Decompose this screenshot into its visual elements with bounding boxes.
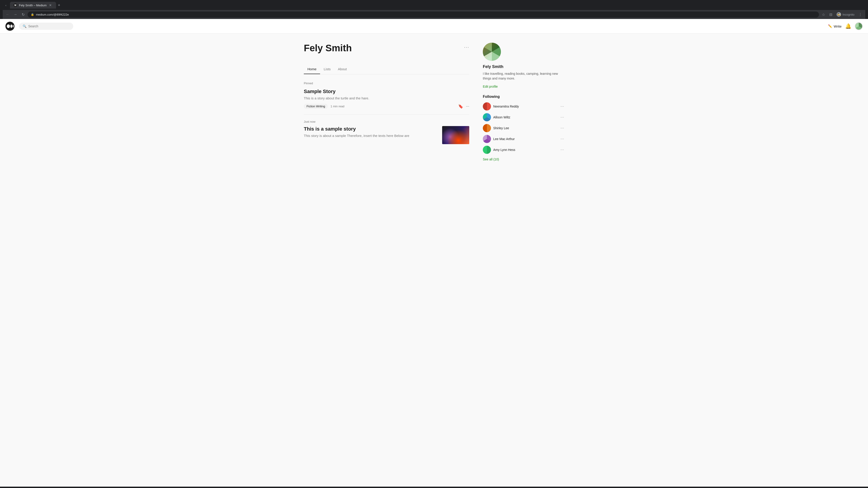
tab-close-button[interactable]: ✕ [49, 3, 53, 7]
story-thumbnail [442, 126, 469, 144]
incognito-label: Incognito [842, 13, 855, 16]
profile-name: Fely Smith [304, 43, 352, 54]
following-avatar-2[interactable] [483, 113, 491, 121]
bookmark-button[interactable]: 🔖 [458, 104, 463, 109]
tab-lists[interactable]: Lists [320, 64, 334, 74]
sidebar-avatar[interactable] [483, 43, 501, 61]
following-item: Lee Mac Arthur ··· [483, 135, 564, 143]
menu-button[interactable]: ⋮ [857, 11, 864, 18]
medium-logo[interactable] [5, 22, 14, 31]
new-tab-button[interactable]: + [58, 3, 60, 8]
reload-button[interactable]: ↻ [20, 11, 26, 18]
status-bar: https://medium.com/@89f4222e?source=---t… [0, 487, 868, 488]
following-item: Neeramitra Reddy ··· [483, 102, 564, 110]
following-more-5[interactable]: ··· [561, 148, 564, 152]
page-content: 🔍 Search ✏️ Write 🔔 Fely Smith ··· [0, 19, 868, 487]
following-item: Amy Lynn Hess ··· [483, 146, 564, 154]
story-card-text: This is a sample story This story is abo… [304, 126, 438, 141]
browser-chrome: ‹ M Fely Smith – Medium ✕ + ← → ↻ 🔒 medi… [0, 0, 868, 19]
sidebar-profile-name: Fely Smith [483, 64, 564, 69]
story-actions: 🔖 ··· [458, 104, 469, 109]
tab-favicon: M [13, 3, 17, 7]
incognito-icon: 🕵 [837, 12, 841, 17]
story-timestamp: Just now [304, 120, 469, 123]
story-thumbnail-image [442, 126, 469, 144]
right-sidebar: Fely Smith I like travelling, reading bo… [483, 43, 564, 161]
sidebar-avatar-inner [483, 43, 501, 61]
recent-story-section: Just now This is a sample story This sto… [304, 120, 469, 144]
following-item: Allison Wiltz ··· [483, 113, 564, 121]
following-more-2[interactable]: ··· [561, 115, 564, 119]
pinned-story-section: Pinned Sample Story This is a story abou… [304, 82, 469, 109]
edit-profile-button[interactable]: Edit profile [483, 85, 498, 88]
lock-icon: 🔒 [31, 13, 34, 16]
incognito-button[interactable]: 🕵 Incognito [835, 11, 856, 18]
forward-button[interactable]: → [12, 11, 19, 18]
search-bar[interactable]: 🔍 Search [19, 23, 73, 30]
browser-tabs: ‹ M Fely Smith – Medium ✕ + [3, 2, 865, 8]
svg-point-3 [13, 25, 13, 28]
pinned-label: Pinned [304, 82, 469, 85]
user-avatar [855, 22, 863, 30]
svg-point-1 [7, 24, 10, 28]
story-tag[interactable]: Fiction Writing [304, 104, 328, 109]
following-avatar-1[interactable] [483, 102, 491, 110]
following-name-3[interactable]: Shirley Lee [493, 126, 558, 130]
following-more-3[interactable]: ··· [561, 126, 564, 130]
tab-home[interactable]: Home [304, 64, 320, 74]
following-avatar-4[interactable] [483, 135, 491, 143]
following-name-5[interactable]: Amy Lynn Hess [493, 148, 558, 152]
story-thumbnail-overlay [442, 126, 469, 144]
following-list: Neeramitra Reddy ··· Allison Wiltz ··· S… [483, 102, 564, 154]
user-avatar-button[interactable] [855, 22, 863, 30]
notification-button[interactable]: 🔔 [845, 23, 851, 29]
recent-story-title[interactable]: This is a sample story [304, 126, 438, 132]
sidebar-avatar-container [483, 43, 564, 61]
following-avatar-3[interactable] [483, 124, 491, 132]
story-card-with-image: This is a sample story This story is abo… [304, 126, 469, 144]
address-bar[interactable]: 🔒 medium.com/@89f4222e [28, 11, 819, 18]
left-column: Fely Smith ··· Home Lists About Pinned S… [304, 43, 469, 161]
toolbar-right: ☆ ⊟ 🕵 Incognito ⋮ [820, 11, 864, 18]
tab-back-button[interactable]: ‹ [3, 2, 9, 8]
following-more-1[interactable]: ··· [561, 104, 564, 108]
following-more-4[interactable]: ··· [561, 137, 564, 141]
url-text: medium.com/@89f4222e [36, 13, 69, 16]
write-label: Write [834, 24, 842, 28]
split-screen-button[interactable]: ⊟ [828, 11, 834, 18]
svg-point-2 [10, 25, 12, 28]
bookmark-toolbar-button[interactable]: ☆ [820, 11, 827, 18]
story-read-time: 1 min read [331, 105, 344, 108]
following-name-4[interactable]: Lee Mac Arthur [493, 137, 558, 141]
header-right: ✏️ Write 🔔 [828, 22, 863, 30]
recent-story-subtitle: This story is about a sample Therefore, … [304, 134, 438, 138]
pinned-story-title[interactable]: Sample Story [304, 89, 469, 94]
write-icon: ✏️ [828, 24, 832, 28]
back-button[interactable]: ← [4, 11, 11, 18]
sidebar-avatar-overlay [483, 43, 501, 61]
following-name-1[interactable]: Neeramitra Reddy [493, 105, 558, 108]
medium-header: 🔍 Search ✏️ Write 🔔 [0, 19, 868, 34]
pinned-story-meta: Fiction Writing 1 min read 🔖 ··· [304, 104, 469, 109]
following-item: Shirley Lee ··· [483, 124, 564, 132]
profile-tabs: Home Lists About [304, 64, 469, 74]
main-container: Fely Smith ··· Home Lists About Pinned S… [298, 34, 569, 170]
see-all-link[interactable]: See all (10) [483, 158, 499, 161]
active-tab[interactable]: M Fely Smith – Medium ✕ [10, 2, 56, 8]
following-name-2[interactable]: Allison Wiltz [493, 116, 558, 119]
sidebar-bio: I like travelling, reading books, campin… [483, 71, 564, 81]
write-button[interactable]: ✏️ Write [828, 24, 842, 28]
user-avatar-inner [855, 23, 862, 30]
tab-title: Fely Smith – Medium [19, 4, 46, 7]
divider [304, 114, 469, 115]
story-more-button[interactable]: ··· [466, 104, 469, 109]
search-placeholder: Search [28, 24, 38, 28]
pinned-story-subtitle: This is a story about the turtle and the… [304, 96, 469, 100]
tab-about[interactable]: About [334, 64, 350, 74]
profile-header: Fely Smith ··· [304, 43, 469, 59]
notification-icon: 🔔 [845, 23, 851, 29]
following-avatar-5[interactable] [483, 146, 491, 154]
profile-more-button[interactable]: ··· [464, 44, 469, 50]
search-icon: 🔍 [23, 24, 26, 28]
following-title: Following [483, 95, 564, 99]
